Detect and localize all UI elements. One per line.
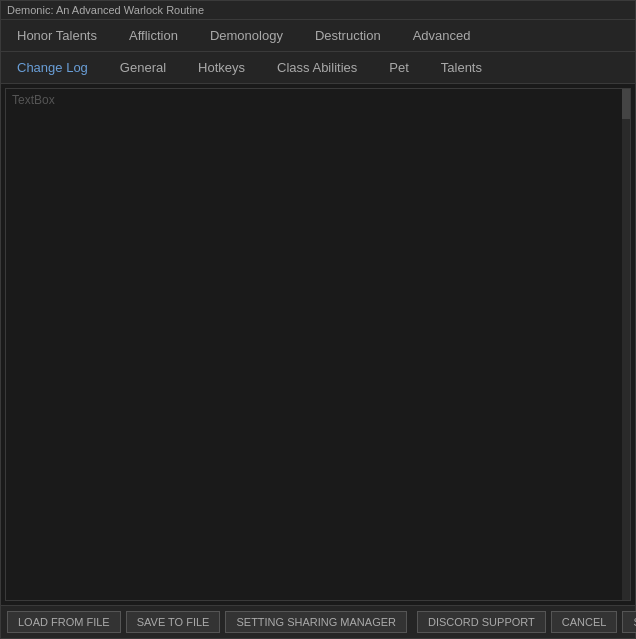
- tab-demonology[interactable]: Demonology: [194, 20, 299, 51]
- tab-talents[interactable]: Talents: [425, 52, 498, 83]
- save-button[interactable]: SAVE: [622, 611, 636, 633]
- setting-sharing-manager-button[interactable]: SETTING SHARING MANAGER: [225, 611, 407, 633]
- save-to-file-button[interactable]: SAVE TO FILE: [126, 611, 221, 633]
- title-bar: Demonic: An Advanced Warlock Routine: [1, 1, 635, 20]
- tab-hotkeys[interactable]: Hotkeys: [182, 52, 261, 83]
- load-from-file-button[interactable]: LOAD FROM FILE: [7, 611, 121, 633]
- tab-general[interactable]: General: [104, 52, 182, 83]
- tab-row-1: Honor TalentsAfflictionDemonologyDestruc…: [1, 20, 635, 52]
- tab-class-abilities[interactable]: Class Abilities: [261, 52, 373, 83]
- content-area: TextBox: [1, 84, 635, 605]
- tab-change-log[interactable]: Change Log: [1, 52, 104, 83]
- bottom-bar: LOAD FROM FILESAVE TO FILESETTING SHARIN…: [1, 605, 635, 638]
- tab-row-2: Change LogGeneralHotkeysClass AbilitiesP…: [1, 52, 635, 84]
- tab-honor-talents[interactable]: Honor Talents: [1, 20, 113, 51]
- tab-destruction[interactable]: Destruction: [299, 20, 397, 51]
- textbox-label: TextBox: [12, 93, 55, 107]
- cancel-button[interactable]: CANCEL: [551, 611, 618, 633]
- tab-advanced[interactable]: Advanced: [397, 20, 487, 51]
- discord-support-button[interactable]: DISCORD SUPPORT: [417, 611, 546, 633]
- tab-pet[interactable]: Pet: [373, 52, 425, 83]
- tab-affliction[interactable]: Affliction: [113, 20, 194, 51]
- scrollbar-thumb[interactable]: [622, 89, 630, 119]
- app-window: Demonic: An Advanced Warlock Routine Hon…: [0, 0, 636, 639]
- title-text: Demonic: An Advanced Warlock Routine: [7, 4, 204, 16]
- scrollbar-vertical[interactable]: [622, 89, 630, 600]
- textbox-container: TextBox: [5, 88, 631, 601]
